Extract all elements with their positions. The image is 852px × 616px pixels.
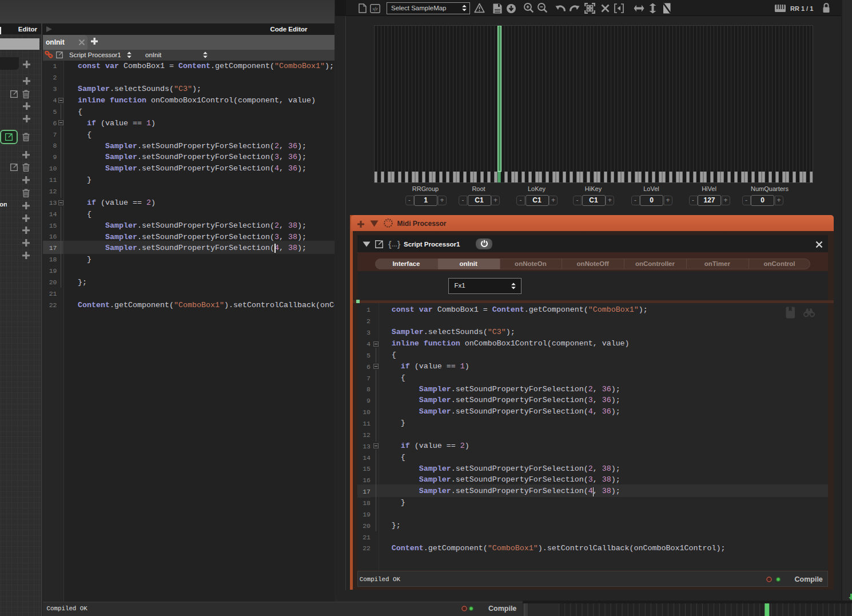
svg-text:sfz: sfz [373, 6, 379, 11]
